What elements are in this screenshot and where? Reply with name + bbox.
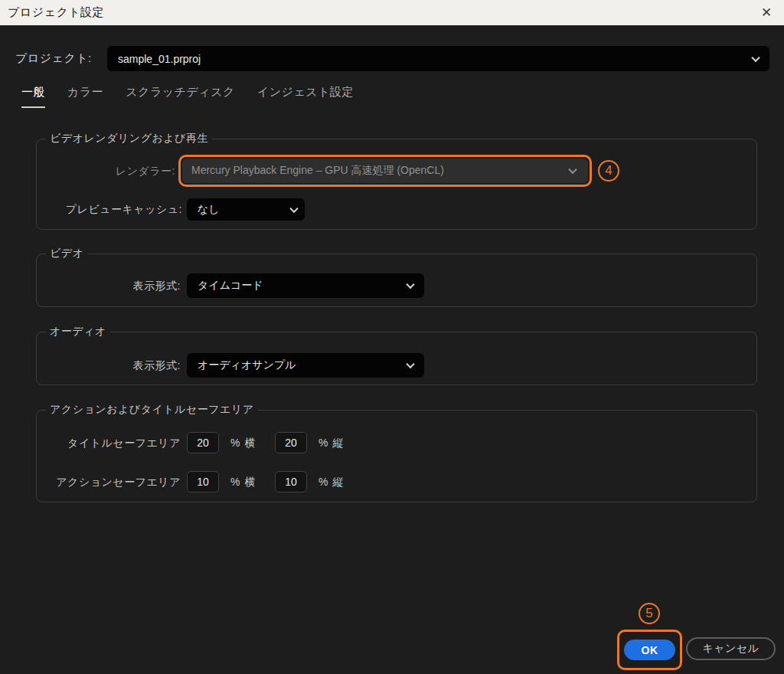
close-icon[interactable]: ✕ xyxy=(753,0,779,25)
renderer-dropdown: Mercury Playback Engine – GPU 高速処理 (Open… xyxy=(182,159,588,183)
video-display-format-dropdown[interactable]: タイムコード xyxy=(187,273,424,298)
annotation-box-ok: OK xyxy=(617,630,682,670)
chevron-down-icon xyxy=(406,280,414,289)
project-settings-dialog: プロジェクト設定 ✕ プロジェクト: sample_01.prproj 一般 カ… xyxy=(0,0,784,674)
tab-color[interactable]: カラー xyxy=(67,85,103,108)
tab-general[interactable]: 一般 xyxy=(21,85,45,108)
percent-horizontal-label: % 横 xyxy=(230,471,256,492)
project-label: プロジェクト: xyxy=(15,51,101,66)
audio-display-format-value: オーディオサンプル xyxy=(198,358,296,372)
video-display-format-value: タイムコード xyxy=(198,279,263,293)
tab-scratch-disks[interactable]: スクラッチディスク xyxy=(126,85,235,108)
action-safe-horizontal-input[interactable] xyxy=(187,471,219,492)
renderer-dropdown-value: Mercury Playback Engine – GPU 高速処理 (Open… xyxy=(191,164,444,178)
annotation-step-5: 5 xyxy=(639,603,660,624)
dialog-title: プロジェクト設定 xyxy=(8,5,104,20)
cancel-button[interactable]: キャンセル xyxy=(686,637,776,660)
project-row: プロジェクト: sample_01.prproj xyxy=(15,46,769,71)
preview-cache-dropdown-value: なし xyxy=(198,203,220,217)
group-video-legend: ビデオ xyxy=(46,247,87,260)
title-safe-vertical-input[interactable] xyxy=(275,432,307,453)
preview-cache-dropdown[interactable]: なし xyxy=(187,198,305,221)
group-audio: オーディオ 表示形式: オーディオサンプル xyxy=(36,332,757,385)
group-video-rendering: ビデオレンダリングおよび再生 レンダラー: Mercury Playback E… xyxy=(36,139,757,230)
group-video-rendering-legend: ビデオレンダリングおよび再生 xyxy=(46,132,212,146)
ok-button[interactable]: OK xyxy=(624,640,675,660)
percent-vertical-label: % 縦 xyxy=(318,471,344,492)
chevron-down-icon xyxy=(406,360,414,368)
title-safe-horizontal-input[interactable] xyxy=(187,432,219,453)
project-dropdown[interactable]: sample_01.prproj xyxy=(107,46,769,71)
percent-horizontal-label: % 横 xyxy=(230,432,256,453)
preview-cache-label: プレビューキャッシュ: xyxy=(37,198,182,221)
annotation-step-4: 4 xyxy=(598,160,619,182)
chevron-down-icon xyxy=(751,53,760,61)
annotation-box-renderer: Mercury Playback Engine – GPU 高速処理 (Open… xyxy=(178,155,592,187)
group-safe-areas-legend: アクションおよびタイトルセーフエリア xyxy=(46,403,258,417)
group-video: ビデオ 表示形式: タイムコード xyxy=(36,254,757,307)
titlebar: プロジェクト設定 ✕ xyxy=(0,0,784,25)
project-dropdown-value: sample_01.prproj xyxy=(118,53,201,65)
audio-display-format-label: 表示形式: xyxy=(37,353,181,378)
action-safe-vertical-input[interactable] xyxy=(275,471,307,492)
video-display-format-label: 表示形式: xyxy=(37,273,181,298)
group-audio-legend: オーディオ xyxy=(46,325,110,339)
chevron-down-icon xyxy=(568,165,577,174)
percent-vertical-label: % 縦 xyxy=(318,432,344,453)
chevron-down-icon xyxy=(289,204,298,212)
tab-bar: 一般 カラー スクラッチディスク インジェスト設定 xyxy=(21,85,354,108)
group-safe-areas: アクションおよびタイトルセーフエリア タイトルセーフエリア % 横 % 縦 アク… xyxy=(36,410,757,502)
tab-ingest-settings[interactable]: インジェスト設定 xyxy=(257,85,354,108)
title-safe-area-label: タイトルセーフエリア xyxy=(37,432,181,453)
renderer-label: レンダラー: xyxy=(37,155,175,187)
action-safe-area-label: アクションセーフエリア xyxy=(37,471,181,492)
audio-display-format-dropdown[interactable]: オーディオサンプル xyxy=(187,353,424,378)
